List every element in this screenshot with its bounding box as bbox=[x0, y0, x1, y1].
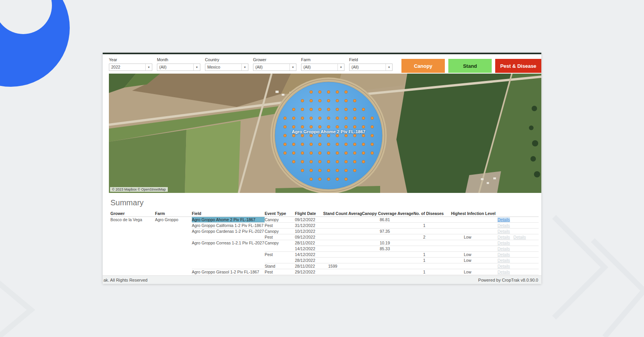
sample-point-marker[interactable] bbox=[327, 178, 330, 181]
cell-field[interactable]: Agro Groppo Girasol 1-2 Piv FL-1867 bbox=[192, 269, 265, 275]
sample-point-marker[interactable] bbox=[344, 169, 347, 172]
sample-point-marker[interactable] bbox=[310, 99, 312, 102]
sample-point-marker[interactable] bbox=[336, 108, 339, 111]
sample-point-marker[interactable] bbox=[301, 134, 304, 137]
sample-point-marker[interactable] bbox=[362, 134, 365, 137]
sample-point-marker[interactable] bbox=[344, 108, 347, 111]
sample-point-marker[interactable] bbox=[371, 151, 374, 154]
sample-point-marker[interactable] bbox=[336, 178, 339, 181]
sample-point-marker[interactable] bbox=[319, 108, 321, 111]
sample-point-marker[interactable] bbox=[310, 91, 312, 93]
sample-point-marker[interactable] bbox=[344, 143, 347, 146]
sample-point-marker[interactable] bbox=[301, 99, 304, 102]
sample-point-marker[interactable] bbox=[327, 151, 330, 154]
stand-button[interactable]: Stand bbox=[448, 59, 492, 73]
sample-point-marker[interactable] bbox=[310, 160, 312, 163]
sample-point-marker[interactable] bbox=[353, 160, 356, 163]
sample-point-marker[interactable] bbox=[362, 151, 365, 154]
details-link[interactable]: Details bbox=[498, 264, 510, 268]
sample-point-marker[interactable] bbox=[344, 117, 347, 119]
sample-point-marker[interactable] bbox=[301, 126, 304, 128]
sample-point-marker[interactable] bbox=[310, 134, 312, 137]
sample-point-marker[interactable] bbox=[310, 143, 312, 146]
sample-point-marker[interactable] bbox=[344, 151, 347, 154]
sample-point-marker[interactable] bbox=[344, 126, 347, 128]
details-link[interactable]: Details bbox=[498, 252, 510, 257]
sample-point-marker[interactable] bbox=[292, 134, 295, 137]
sample-point-marker[interactable] bbox=[336, 160, 339, 163]
sample-point-marker[interactable] bbox=[327, 134, 330, 137]
sample-point-marker[interactable] bbox=[362, 108, 365, 111]
sample-point-marker[interactable] bbox=[319, 91, 321, 93]
sample-point-marker[interactable] bbox=[371, 134, 374, 137]
cell-field[interactable]: Agro Groppo Ahome 2 Piv FL-1867 bbox=[192, 217, 265, 223]
cell-field[interactable] bbox=[192, 263, 265, 269]
sample-point-marker[interactable] bbox=[353, 143, 356, 146]
sample-point-marker[interactable] bbox=[284, 117, 286, 119]
sample-point-marker[interactable] bbox=[319, 99, 321, 102]
sample-point-marker[interactable] bbox=[362, 143, 365, 146]
field-filter-select[interactable]: (All)▼ bbox=[349, 64, 393, 71]
sample-point-marker[interactable] bbox=[310, 151, 312, 154]
sample-point-marker[interactable] bbox=[327, 117, 330, 119]
sample-point-marker[interactable] bbox=[327, 108, 330, 111]
sample-point-marker[interactable] bbox=[371, 143, 374, 146]
cell-field[interactable] bbox=[192, 234, 265, 240]
satellite-map[interactable]: Agro Groppo Ahome 2 Piv FL-1867 © 2023 M… bbox=[109, 74, 541, 193]
cell-field[interactable] bbox=[192, 258, 265, 263]
sample-point-marker[interactable] bbox=[292, 126, 295, 128]
country-filter-select[interactable]: Mexico▼ bbox=[205, 64, 248, 71]
sample-point-marker[interactable] bbox=[336, 91, 339, 93]
sample-point-marker[interactable] bbox=[362, 117, 365, 119]
sample-point-marker[interactable] bbox=[371, 126, 374, 128]
sample-point-marker[interactable] bbox=[292, 108, 295, 111]
sample-point-marker[interactable] bbox=[301, 169, 304, 172]
details-link[interactable]: Details bbox=[513, 235, 526, 239]
sample-point-marker[interactable] bbox=[362, 160, 365, 163]
chevron-down-icon[interactable]: ▼ bbox=[193, 64, 200, 70]
sample-point-marker[interactable] bbox=[292, 151, 295, 154]
sample-point-marker[interactable] bbox=[319, 143, 321, 146]
cell-field[interactable]: Agro Groppo Cardenas 1-2 Piv FL-2027 bbox=[192, 229, 265, 234]
sample-point-marker[interactable] bbox=[310, 117, 312, 119]
sample-point-marker[interactable] bbox=[336, 151, 339, 154]
sample-point-marker[interactable] bbox=[344, 91, 347, 93]
details-link[interactable]: Details bbox=[498, 217, 510, 222]
cell-field[interactable]: Agro Groppo California 1-2 Piv FL-1867 bbox=[192, 223, 265, 229]
sample-point-marker[interactable] bbox=[336, 126, 339, 128]
sample-point-marker[interactable] bbox=[284, 126, 286, 128]
sample-point-marker[interactable] bbox=[336, 99, 339, 102]
details-link[interactable]: Details bbox=[498, 270, 510, 274]
sample-point-marker[interactable] bbox=[336, 143, 339, 146]
sample-point-marker[interactable] bbox=[284, 134, 286, 137]
cell-field[interactable] bbox=[192, 252, 265, 258]
sample-point-marker[interactable] bbox=[336, 134, 339, 137]
sample-point-marker[interactable] bbox=[353, 108, 356, 111]
sample-point-marker[interactable] bbox=[344, 160, 347, 163]
sample-point-marker[interactable] bbox=[301, 108, 304, 111]
sample-point-marker[interactable] bbox=[319, 169, 321, 172]
sample-point-marker[interactable] bbox=[319, 178, 321, 181]
sample-point-marker[interactable] bbox=[336, 117, 339, 119]
pest-disease-button[interactable]: Pest & Disease bbox=[495, 59, 541, 73]
cell-field[interactable]: Agro Groppo Correas 1-2.1 Piv FL-2027 bbox=[192, 240, 265, 246]
sample-point-marker[interactable] bbox=[292, 143, 295, 146]
sample-point-marker[interactable] bbox=[327, 99, 330, 102]
sample-point-marker[interactable] bbox=[310, 178, 312, 181]
sample-point-marker[interactable] bbox=[327, 160, 330, 163]
sample-point-marker[interactable] bbox=[319, 126, 321, 128]
grower-filter-select[interactable]: (All)▼ bbox=[253, 64, 296, 71]
sample-point-marker[interactable] bbox=[327, 169, 330, 172]
canopy-button[interactable]: Canopy bbox=[401, 59, 445, 73]
sample-point-marker[interactable] bbox=[327, 91, 330, 93]
sample-point-marker[interactable] bbox=[344, 178, 347, 181]
sample-point-marker[interactable] bbox=[301, 117, 304, 119]
chevron-down-icon[interactable]: ▼ bbox=[386, 64, 392, 70]
year-filter-select[interactable]: 2022▼ bbox=[109, 64, 152, 71]
sample-point-marker[interactable] bbox=[319, 134, 321, 137]
details-link[interactable]: Details bbox=[498, 235, 510, 239]
sample-point-marker[interactable] bbox=[319, 160, 321, 163]
sample-point-marker[interactable] bbox=[319, 117, 321, 119]
sample-point-marker[interactable] bbox=[292, 160, 295, 163]
sample-point-marker[interactable] bbox=[371, 117, 374, 119]
